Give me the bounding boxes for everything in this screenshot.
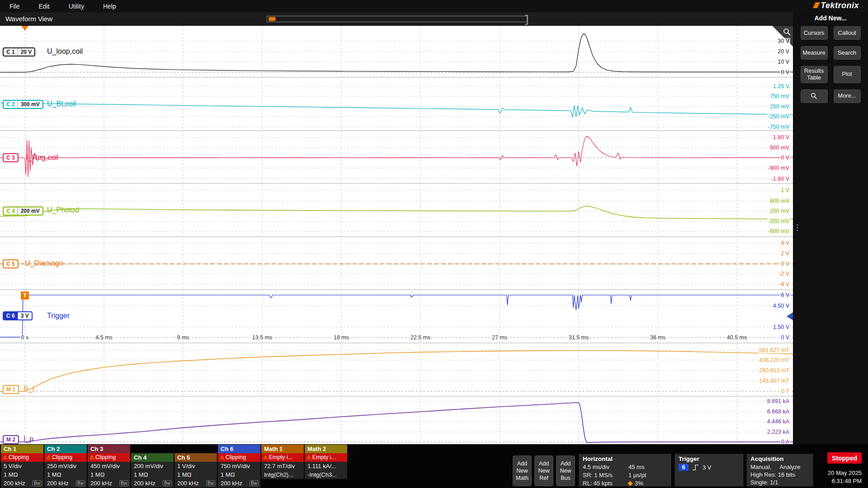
trigger-level-marker[interactable] bbox=[787, 312, 793, 320]
channel-setting-value: 5 V/div bbox=[4, 462, 22, 470]
channel-tab-ch-2[interactable]: Ch 2 bbox=[44, 445, 87, 453]
channel-card-ch-4[interactable]: Ch 4200 mV/div1 MΩ200 kHzBw bbox=[131, 445, 174, 488]
menu-edit[interactable]: Edit bbox=[29, 0, 59, 12]
add-new-ref-button[interactable]: Add New Ref bbox=[534, 455, 553, 486]
tick-label-c5: -2 V bbox=[778, 271, 790, 277]
channel-badge-m1[interactable]: M 1 bbox=[3, 385, 19, 394]
channel-badge-id: C 6 bbox=[4, 312, 18, 319]
channel-badge-c5[interactable]: C 5 bbox=[3, 259, 19, 268]
channel-tab-math-2[interactable]: Math 2 bbox=[305, 445, 347, 453]
time-label: 6:31:48 PM bbox=[808, 477, 862, 485]
channel-card-ch-3[interactable]: Ch 3⚠Clipping450 mV/div1 MΩ200 kHzBw bbox=[88, 445, 130, 488]
sidebar-button-plot[interactable]: Plot bbox=[834, 66, 861, 83]
trace-c3[interactable] bbox=[0, 136, 793, 177]
tick-label-c4: 1 V bbox=[780, 187, 790, 193]
channel-tab-ch-3[interactable]: Ch 3 bbox=[88, 445, 130, 453]
trigger-position-marker[interactable] bbox=[21, 26, 28, 31]
menu-file[interactable]: File bbox=[0, 0, 29, 12]
menu-utility[interactable]: Utility bbox=[59, 0, 94, 12]
channel-badge-c4[interactable]: C 4200 mV bbox=[3, 206, 43, 216]
datetime: 20 May 2025 6:31:48 PM bbox=[808, 469, 862, 485]
sidebar-button-search[interactable]: Search bbox=[834, 46, 861, 60]
trace-c4[interactable] bbox=[0, 206, 793, 219]
channel-badge-c3[interactable]: C 3 bbox=[3, 153, 19, 162]
trace-c1[interactable] bbox=[0, 33, 793, 72]
acquisition-panel[interactable]: Acquisition Manual, Analyze High Res: 16… bbox=[746, 454, 813, 487]
channel-tab-math-1[interactable]: Math 1 bbox=[261, 445, 304, 453]
channel-label-c2[interactable]: U_Bt,coil bbox=[47, 100, 76, 108]
channel-setting-row: 450 mV/div bbox=[88, 462, 130, 470]
tick-label-c4: 200 mV bbox=[769, 208, 790, 214]
channel-tab-ch-4[interactable]: Ch 4 bbox=[131, 453, 174, 462]
channel-tab-ch-5[interactable]: Ch 5 bbox=[175, 453, 217, 462]
channel-setting-value: 200 kHz bbox=[47, 479, 69, 488]
tick-label-c3: 0 V bbox=[780, 155, 790, 161]
magnifier-icon bbox=[783, 28, 792, 37]
sidebar-button-zoom[interactable] bbox=[801, 89, 828, 103]
sidebar-button-results-table[interactable]: Results Table bbox=[801, 66, 828, 83]
time-axis-label: 22.5 ms bbox=[410, 334, 431, 341]
channel-badge-id: M 2 bbox=[4, 436, 18, 443]
channel-card-math-1[interactable]: Math 1⚠Empty i...72.7 mT/divIntg(Ch2)... bbox=[261, 445, 304, 488]
tick-label-c4: 600 mV bbox=[769, 198, 790, 204]
tick-label-c2: 250 mV bbox=[769, 103, 790, 110]
sidebar-button-measure[interactable]: Measure bbox=[801, 46, 828, 60]
warning-diamond-icon bbox=[627, 481, 632, 486]
menu-help[interactable]: Help bbox=[94, 0, 126, 12]
channel-label-c1[interactable]: U_loop,coil bbox=[47, 47, 83, 56]
tick-label-c2: -750 mV bbox=[767, 124, 790, 130]
channel-setting-row: 1 MΩ bbox=[44, 470, 87, 479]
channel-badge-m2[interactable]: M 2 bbox=[3, 435, 19, 444]
channel-badge-c2[interactable]: C 2300 mV bbox=[3, 100, 43, 109]
channel-setting-value: 750 mV/div bbox=[221, 462, 250, 470]
channel-badge-scale: 300 mV bbox=[18, 101, 42, 108]
channel-label-m1[interactable]: B_t bbox=[24, 385, 34, 393]
rising-edge-icon bbox=[692, 464, 699, 471]
stopped-button[interactable]: Stopped bbox=[827, 452, 862, 464]
bottom-bar: Ch 1⚠Clipping5 V/div1 MΩ200 kHzBwCh 2⚠Cl… bbox=[0, 444, 868, 488]
bandwidth-icon: Bw bbox=[33, 480, 42, 486]
trigger-panel[interactable]: Trigger 6 3 V bbox=[675, 454, 744, 487]
channel-badge-id: M 1 bbox=[4, 386, 18, 393]
panel-drag-handle[interactable]: ⋮ bbox=[793, 224, 801, 231]
channel-tab-ch-1[interactable]: Ch 1 bbox=[1, 445, 43, 453]
channel-cards: Ch 1⚠Clipping5 V/div1 MΩ200 kHzBwCh 2⚠Cl… bbox=[1, 445, 347, 488]
channel-card-ch-2[interactable]: Ch 2⚠Clipping250 mV/div1 MΩ200 kHzBw bbox=[44, 445, 87, 488]
bandwidth-icon: Bw bbox=[206, 480, 215, 486]
channel-card-ch-1[interactable]: Ch 1⚠Clipping5 V/div1 MΩ200 kHzBw bbox=[1, 445, 43, 488]
channel-label-c6[interactable]: Trigger bbox=[47, 312, 70, 320]
waveform-plot[interactable]: T 30 V20 V10 V0 VC 120 VU_loop,coil1.25 … bbox=[0, 26, 793, 444]
add-new-math-button[interactable]: Add New Math bbox=[513, 455, 532, 486]
warning-banner: ⚠Clipping bbox=[88, 453, 130, 462]
channel-label-m2[interactable]: I_p bbox=[24, 435, 33, 443]
horizontal-pan-scrollbar[interactable] bbox=[267, 16, 528, 22]
trace-m2[interactable] bbox=[0, 403, 793, 443]
channel-setting-row: 5 V/div bbox=[1, 462, 43, 470]
channel-tab-ch-6[interactable]: Ch 6 bbox=[218, 445, 260, 453]
sidebar-button-more[interactable]: More... bbox=[834, 89, 861, 103]
channel-card-ch-5[interactable]: Ch 51 V/div1 MΩ200 kHzBw bbox=[175, 445, 217, 488]
sidebar-button-callout[interactable]: Callout bbox=[834, 26, 861, 40]
channel-badge-c6[interactable]: C 63 V bbox=[3, 311, 33, 320]
tick-label-m1: 581.627 mT bbox=[758, 347, 790, 353]
channel-setting-value: 1 MΩ bbox=[221, 470, 235, 479]
channel-card-math-2[interactable]: Math 2⚠Empty i...1.111 kA/...-Intg(Ch3..… bbox=[305, 445, 347, 488]
channel-label-c4[interactable]: U_Photod bbox=[47, 206, 79, 214]
channel-badge-c1[interactable]: C 120 V bbox=[3, 47, 35, 56]
channel-label-c5[interactable]: U_Diamagn bbox=[25, 259, 63, 267]
trigger-source-marker[interactable]: T bbox=[21, 291, 29, 300]
trace-c2[interactable] bbox=[0, 103, 793, 117]
channel-card-ch-6[interactable]: Ch 6⚠Clipping750 mV/div1 MΩ200 kHzBw bbox=[218, 445, 260, 488]
acquisition-resolution: High Res: 16 bits bbox=[750, 471, 809, 479]
warning-banner: ⚠Clipping bbox=[1, 453, 43, 462]
horizontal-panel[interactable]: Horizontal 4.5 ms/div 45 ms SR: 1 MS/s 1… bbox=[579, 454, 671, 487]
channel-setting-row: 250 mV/div bbox=[44, 462, 87, 470]
channel-setting-row: 200 kHzBw bbox=[44, 479, 87, 488]
channel-label-c3[interactable]: I_Rog,coil bbox=[26, 154, 58, 162]
pan-position-handle[interactable] bbox=[269, 17, 276, 21]
trace-c6[interactable] bbox=[0, 295, 793, 337]
sidebar-button-cursors[interactable]: Cursors bbox=[801, 26, 828, 40]
add-new-bus-button[interactable]: Add New Bus bbox=[556, 455, 575, 486]
trace-m1[interactable] bbox=[0, 351, 793, 391]
magnifier-icon bbox=[810, 92, 818, 100]
